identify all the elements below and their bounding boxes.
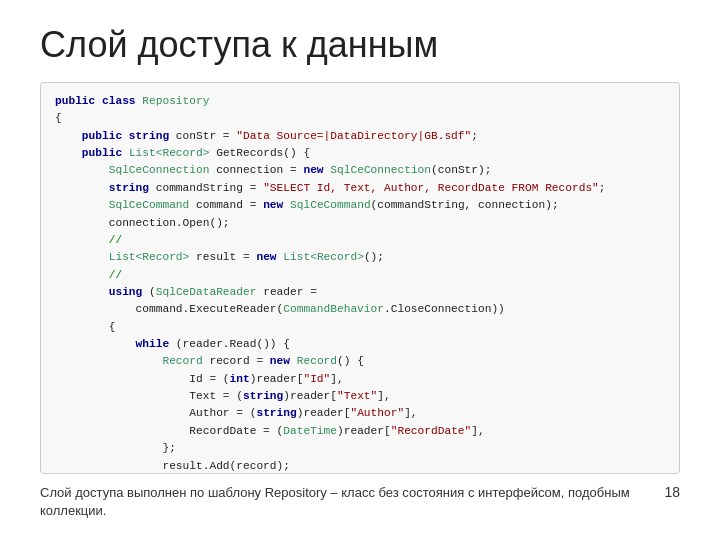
- code-block: public class Repository { public string …: [40, 82, 680, 474]
- slide: Слой доступа к данным public class Repos…: [0, 0, 720, 540]
- footer: Слой доступа выполнен по шаблону Reposit…: [40, 484, 680, 520]
- footer-text: Слой доступа выполнен по шаблону Reposit…: [40, 484, 654, 520]
- slide-title: Слой доступа к данным: [40, 24, 680, 66]
- page-number: 18: [664, 484, 680, 500]
